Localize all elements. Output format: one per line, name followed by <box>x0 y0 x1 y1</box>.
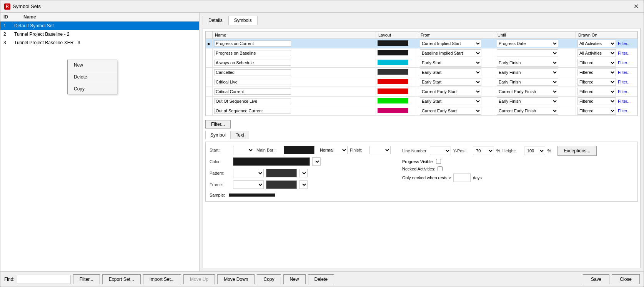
context-delete[interactable]: Delete <box>68 72 117 82</box>
row-filter-link[interactable]: Filter... <box>617 89 631 94</box>
pattern-color-select[interactable] <box>299 169 308 177</box>
row-filter-link[interactable]: Filter... <box>617 80 631 84</box>
context-copy[interactable]: Copy <box>68 84 117 94</box>
line-number-select[interactable] <box>430 147 451 155</box>
until-select[interactable]: Current Early Finish <box>497 88 558 95</box>
row-drawn-on: All Activities Filter... <box>576 39 637 48</box>
close-button[interactable]: Close <box>612 274 640 284</box>
frame-color-select[interactable] <box>299 180 308 189</box>
move-up-button[interactable]: Move Up <box>183 274 215 284</box>
drawn-on-select[interactable]: Filtered <box>577 107 616 115</box>
import-set-button[interactable]: Import Set... <box>143 274 181 284</box>
frame-select[interactable] <box>233 180 264 189</box>
row-filter-link[interactable]: Filter... <box>617 70 631 75</box>
until-select[interactable]: Progress Date <box>497 40 558 47</box>
frame-color-swatch <box>266 180 297 189</box>
row-filter-link[interactable]: Filter... <box>617 60 631 65</box>
drawn-on-select[interactable]: Filtered <box>577 97 616 105</box>
tab-symbol[interactable]: Symbol <box>205 131 231 139</box>
name-input[interactable] <box>214 98 291 104</box>
list-item[interactable]: 2 Tunnel Project Baseline - 2 <box>0 30 199 38</box>
start-select[interactable] <box>233 146 254 154</box>
bottom-bar: Find: Filter... Export Set... Import Set… <box>0 271 644 287</box>
name-input[interactable] <box>214 79 291 85</box>
name-input[interactable] <box>214 60 291 66</box>
export-set-button[interactable]: Export Set... <box>102 274 141 284</box>
pattern-label: Pattern: <box>210 171 231 175</box>
row-filter-link[interactable]: Filter... <box>617 108 631 113</box>
until-select[interactable]: Early Finish <box>497 97 558 105</box>
normal-select[interactable]: Normal <box>317 146 348 154</box>
from-select[interactable]: Early Start <box>420 78 481 86</box>
tab-text[interactable]: Text <box>231 131 249 139</box>
from-select[interactable]: Current Early Start <box>420 107 481 115</box>
from-select[interactable]: Early Start <box>420 68 481 76</box>
row-until: Early Finish <box>495 58 576 68</box>
tab-details[interactable]: Details <box>203 16 228 25</box>
save-button[interactable]: Save <box>583 274 609 284</box>
find-input[interactable] <box>17 275 71 284</box>
color-swatch <box>233 157 310 166</box>
sym-editor-right: Line Number: Y-Pos: 70 % Height: 100 % E… <box>402 146 597 197</box>
pattern-select[interactable] <box>233 169 264 177</box>
col-layout-header: Layout <box>376 32 418 39</box>
until-select[interactable]: Current Early Finish <box>497 107 558 115</box>
new-bottom-button[interactable]: New <box>283 274 306 284</box>
exceptions-button[interactable]: Exceptions... <box>557 146 597 156</box>
row-filter-link[interactable]: Filter... <box>617 99 631 103</box>
row-filter-link[interactable]: Filter... <box>617 51 631 55</box>
filter-bottom-button[interactable]: Filter... <box>73 274 100 284</box>
y-pos-select[interactable]: 70 <box>473 147 494 155</box>
name-input[interactable] <box>214 50 291 56</box>
height-select[interactable]: 100 <box>524 147 545 155</box>
name-input[interactable] <box>214 40 291 47</box>
name-input[interactable] <box>214 69 291 75</box>
move-down-button[interactable]: Move Down <box>217 274 255 284</box>
row-name <box>213 58 376 68</box>
progress-visible-checkbox[interactable] <box>436 159 441 164</box>
from-select[interactable]: Current Implied Start <box>420 40 481 47</box>
item-id: 1 <box>3 23 11 28</box>
col-name-header: Name <box>23 14 36 20</box>
drawn-on-select[interactable]: Filtered <box>577 68 616 76</box>
from-select[interactable]: Early Start <box>420 97 481 105</box>
row-from: Current Early Start <box>418 87 495 97</box>
color-label: Color: <box>210 159 231 164</box>
window-close-button[interactable]: ✕ <box>632 3 640 10</box>
row-drawn-on: Filtered Filter... <box>576 58 637 68</box>
tab-symbols[interactable]: Symbols <box>228 16 258 25</box>
color-select[interactable] <box>312 157 321 166</box>
name-input[interactable] <box>214 108 291 114</box>
name-input[interactable] <box>214 88 291 95</box>
progress-visible-row: Progress Visible: <box>402 159 597 164</box>
row-until: Progress Date <box>495 39 576 48</box>
from-select[interactable]: Early Start <box>420 59 481 67</box>
until-select[interactable] <box>497 49 558 57</box>
drawn-on-select[interactable]: Filtered <box>577 88 616 95</box>
drawn-on-select[interactable]: Filtered <box>577 59 616 67</box>
context-new[interactable]: New <box>68 60 117 70</box>
row-layout <box>376 39 418 48</box>
filter-button[interactable]: Filter... <box>205 120 231 128</box>
finish-select[interactable] <box>369 146 391 154</box>
symbol-set-list: 1 Default Symbol Set 2 Tunnel Project Ba… <box>0 22 199 271</box>
drawn-on-select[interactable]: All Activities <box>577 40 616 47</box>
drawn-on-select[interactable]: All Activities <box>577 49 616 57</box>
sample-bar <box>229 194 275 197</box>
list-item[interactable]: 3 Tunnel Project Baseline XER - 3 <box>0 38 199 47</box>
necked-days-input[interactable] <box>453 174 471 182</box>
drawn-on-select[interactable]: Filtered <box>577 78 616 86</box>
frame-row: Frame: <box>210 180 391 189</box>
until-select[interactable]: Early Finish <box>497 59 558 67</box>
until-select[interactable]: Early Finish <box>497 78 558 86</box>
from-select[interactable]: Baseline Implied Start <box>420 49 481 57</box>
necked-activities-checkbox[interactable] <box>438 166 443 171</box>
until-select[interactable]: Early Finish <box>497 68 558 76</box>
delete-bottom-button[interactable]: Delete <box>308 274 334 284</box>
title-bar-left: R Symbol Sets <box>4 3 41 10</box>
from-select[interactable]: Current Early Start <box>420 88 481 95</box>
row-filter-link[interactable]: Filter... <box>617 41 631 46</box>
copy-bottom-button[interactable]: Copy <box>257 274 281 284</box>
list-item[interactable]: 1 Default Symbol Set <box>0 22 199 30</box>
main-tabs: Details Symbols <box>203 16 641 25</box>
